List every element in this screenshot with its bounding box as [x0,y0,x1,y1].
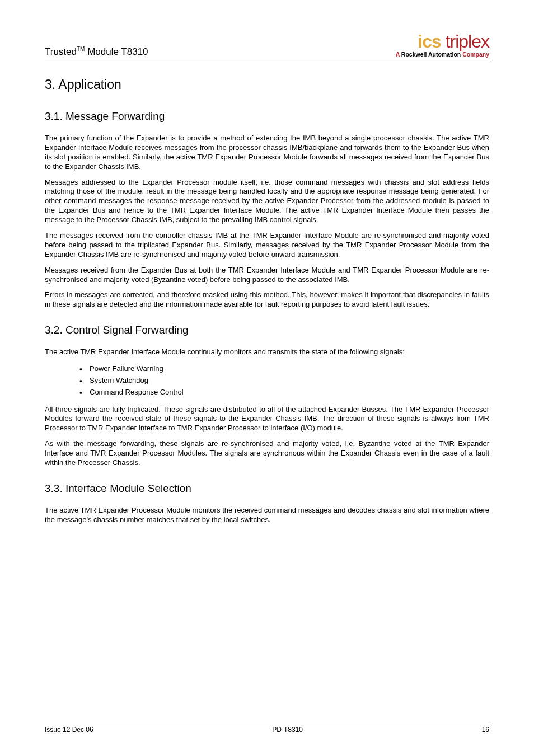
section-heading-1: 3.1. Message Forwarding [45,110,489,123]
page-footer: Issue 12 Dec 06 PD-T8310 16 [45,724,489,734]
body-text: Errors in messages are corrected, and th… [45,290,489,309]
section-heading-3: 3.3. Interface Module Selection [45,482,489,495]
body-text: All three signals are fully triplicated.… [45,405,489,434]
section-heading-2: 3.2. Control Signal Forwarding [45,324,489,336]
header-tm: TM [77,46,85,52]
list-item: Command Response Control [79,387,489,398]
body-text: The messages received from the controlle… [45,231,489,260]
body-text: The active TMR Expander Processor Module… [45,506,489,525]
list-item: System Watchdog [79,375,489,387]
logo: ics triplex A Rockwell Automation Compan… [396,31,489,58]
logo-subtitle: A Rockwell Automation Company [396,51,489,58]
header-prefix: Trusted [45,46,77,57]
page-header: TrustedTM Module T8310 ics triplex A Roc… [45,31,489,60]
logo-sub-rockwell: Rockwell Automation [401,51,461,58]
footer-right: 16 [482,726,489,734]
list-item: Power Failure Warning [79,363,489,375]
footer-center: PD-T8310 [272,726,303,734]
header-suffix: Module T8310 [85,46,148,57]
header-title: TrustedTM Module T8310 [45,46,148,58]
body-text: The active TMR Expander Interface Module… [45,348,489,357]
footer-left: Issue 12 Dec 06 [45,726,93,734]
body-text: Messages received from the Expander Bus … [45,266,489,285]
logo-sub-suffix: Company [461,51,489,58]
logo-triplex: triplex [441,31,489,51]
body-text: The primary function of the Expander is … [45,134,489,172]
logo-ics: ics [418,31,441,51]
body-text: Messages addressed to the Expander Proce… [45,178,489,225]
logo-main: ics triplex [396,31,489,52]
logo-sub-prefix: A [396,51,401,58]
page-title: 3. Application [45,77,489,92]
bullet-list: Power Failure Warning System Watchdog Co… [79,363,489,398]
body-text: As with the message forwarding, these si… [45,439,489,468]
